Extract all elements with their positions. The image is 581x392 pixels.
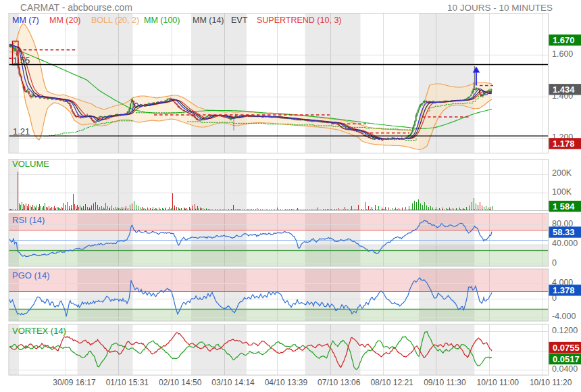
svg-text:10/10 11:20: 10/10 11:20 [530,378,572,387]
svg-text:100K: 100K [552,187,572,197]
svg-text:1.670: 1.670 [553,35,575,45]
svg-text:1.178: 1.178 [553,139,575,149]
svg-text:0: 0 [552,258,557,268]
svg-text:1.55: 1.55 [13,55,30,66]
svg-text:-4.000: -4.000 [552,312,576,321]
svg-text:BOLL (20, 2): BOLL (20, 2) [91,16,139,25]
svg-text:VORTEX (14): VORTEX (14) [12,326,66,336]
svg-text:CARMAT - abcbourse.com: CARMAT - abcbourse.com [20,2,132,13]
svg-text:0.1200: 0.1200 [552,326,578,335]
svg-text:1.21: 1.21 [13,126,30,137]
svg-text:09/10 11:30: 09/10 11:30 [424,378,466,387]
svg-text:MM (20): MM (20) [49,16,81,25]
svg-text:02/10 14:50: 02/10 14:50 [159,378,202,387]
svg-text:SUPERTREND (10, 3): SUPERTREND (10, 3) [257,16,342,25]
svg-text:40.000: 40.000 [552,239,578,248]
svg-text:08/10 12:21: 08/10 12:21 [370,378,413,387]
svg-text:RSI (14): RSI (14) [12,215,45,225]
svg-text:01/10 15:31: 01/10 15:31 [106,378,149,387]
svg-text:0.0400: 0.0400 [552,364,578,374]
svg-text:MM (7): MM (7) [12,16,39,25]
svg-text:PGO (14): PGO (14) [12,270,50,280]
svg-text:VOLUME: VOLUME [12,159,49,169]
svg-text:200K: 200K [552,168,572,178]
svg-text:04/10 13:39: 04/10 13:39 [265,378,308,387]
svg-text:0.0517: 0.0517 [553,354,580,364]
svg-text:1.378: 1.378 [553,285,575,295]
svg-text:10/10 11:00: 10/10 11:00 [477,378,520,387]
svg-text:1.434: 1.434 [553,84,575,95]
svg-text:07/10 13:06: 07/10 13:06 [318,378,361,387]
svg-text:0.0755: 0.0755 [553,343,580,353]
svg-text:30/09 16:17: 30/09 16:17 [53,378,96,387]
svg-text:EVT: EVT [231,16,248,25]
svg-text:10 JOURS - 10 MINUTES: 10 JOURS - 10 MINUTES [447,3,553,13]
svg-text:1 584: 1 584 [553,201,575,212]
svg-text:1.600: 1.600 [552,49,573,59]
svg-text:MM (100): MM (100) [144,16,180,25]
svg-text:03/10 14:14: 03/10 14:14 [211,378,255,387]
svg-text:MM (14): MM (14) [193,16,224,25]
svg-text:58.33: 58.33 [553,227,575,237]
